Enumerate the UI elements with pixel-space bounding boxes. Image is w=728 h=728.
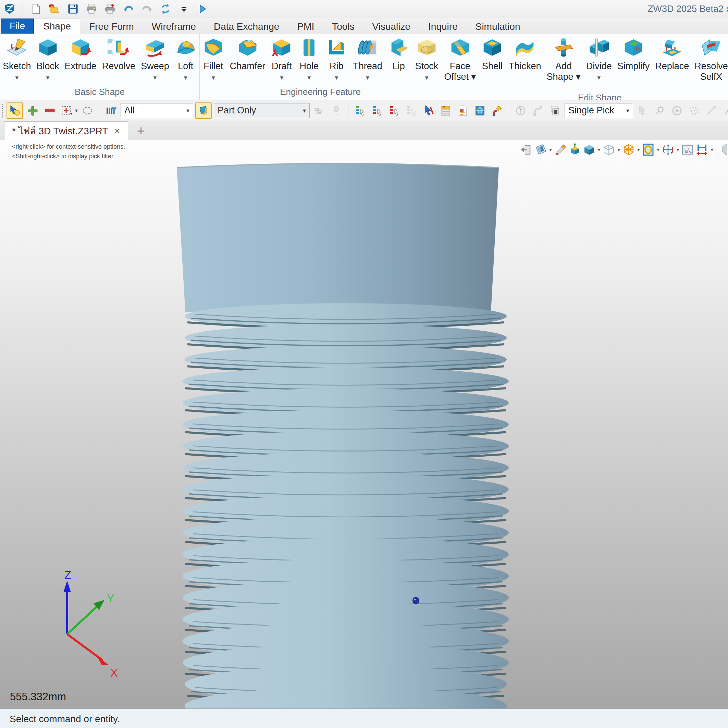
shaded-display-button[interactable]	[583, 143, 596, 156]
chevron-down-icon[interactable]: ▾	[637, 147, 640, 153]
ribbon-tool-resolve-selfx[interactable]: ResolveSelfX	[692, 34, 728, 91]
pick-point-marker[interactable]	[413, 598, 419, 604]
rotate-view-button[interactable]	[662, 143, 674, 156]
dropdown-caret-icon[interactable]: ▾	[425, 73, 428, 81]
clipped-edge-button[interactable]	[715, 143, 728, 156]
dropdown-caret-icon[interactable]: ▾	[307, 73, 311, 81]
cylinder-body[interactable]	[177, 164, 499, 312]
user-settings-button[interactable]	[489, 103, 505, 118]
dropdown-caret-icon[interactable]: ▾	[335, 73, 338, 81]
chevron-down-icon[interactable]: ▾	[617, 147, 620, 153]
dropdown-caret-icon[interactable]: ▾	[212, 73, 215, 81]
ribbon-tool-replace[interactable]: Replace	[652, 34, 692, 91]
new-file-button[interactable]	[29, 2, 43, 16]
pick-list-next-button[interactable]	[387, 103, 402, 118]
continue-button[interactable]	[196, 2, 210, 16]
dropdown-caret-icon[interactable]: ▾	[153, 73, 157, 81]
save-button[interactable]	[66, 2, 80, 16]
menu-tab-free-form[interactable]: Free Form	[80, 19, 143, 34]
redo-button[interactable]	[140, 2, 154, 16]
pick-last-entity-button[interactable]	[421, 103, 436, 118]
ribbon-tool-thread[interactable]: Thread▾	[350, 34, 385, 85]
print-add-button[interactable]	[103, 2, 117, 16]
print-button[interactable]	[85, 2, 98, 16]
document-tab[interactable]: * ไฟล์ 3D Twist.Z3PRT ×	[4, 121, 128, 140]
pick-region-button[interactable]	[59, 103, 74, 118]
lasso-pick-button[interactable]	[80, 103, 95, 118]
chevron-down-icon[interactable]: ▾	[549, 147, 552, 153]
zoom-window-button[interactable]	[681, 143, 694, 156]
customize-quick-access-button[interactable]	[177, 2, 191, 16]
ribbon-tool-simplify[interactable]: Simplify	[615, 34, 653, 91]
view-orientation-button[interactable]	[534, 143, 547, 156]
exit-view-button[interactable]	[520, 143, 533, 156]
add-entity-button[interactable]	[25, 103, 40, 118]
chevron-down-icon[interactable]: ▾	[711, 147, 713, 153]
wireframe-display-button[interactable]	[602, 143, 615, 156]
dropdown-caret-icon[interactable]: ▾	[280, 73, 284, 81]
ribbon-tool-draft[interactable]: Draft▾	[268, 34, 295, 85]
menu-tab-inquire[interactable]: Inquire	[419, 19, 466, 34]
display-box-button[interactable]	[548, 103, 563, 118]
ribbon-tool-divide[interactable]: Divide▾	[583, 34, 615, 91]
ring-display-button[interactable]	[642, 143, 655, 156]
ribbon-tool-thicken[interactable]: Thicken	[506, 34, 544, 91]
ribbon-tool-revolve[interactable]: Revolve	[99, 34, 138, 85]
toolbar-drag-handle[interactable]	[2, 104, 3, 118]
pick-list-first-button[interactable]	[353, 103, 368, 118]
ribbon-tool-fillet[interactable]: Fillet▾	[200, 34, 227, 85]
dropdown-caret-icon[interactable]: ▾	[597, 73, 601, 81]
scope-select[interactable]: Part Only▾	[214, 103, 310, 118]
menu-tab-simulation[interactable]: Simulation	[466, 19, 529, 34]
wire-sphere-display-button[interactable]	[622, 143, 635, 156]
dropdown-caret-icon[interactable]: ▾	[184, 73, 187, 81]
ribbon-tool-sweep[interactable]: Sweep▾	[138, 34, 172, 85]
menu-tab-data-exchange[interactable]: Data Exchange	[205, 19, 288, 34]
chevron-down-icon[interactable]: ▾	[598, 147, 601, 153]
ribbon-tool-block[interactable]: Block▾	[34, 34, 62, 85]
regen-button[interactable]	[159, 2, 172, 16]
menu-tab-tools[interactable]: Tools	[323, 19, 363, 34]
entity-list-button[interactable]	[438, 103, 453, 118]
undo-button[interactable]	[122, 2, 135, 16]
open-button[interactable]	[47, 2, 61, 16]
pick-list-prev-button[interactable]	[370, 103, 385, 118]
erase-marks-button[interactable]	[554, 143, 567, 156]
ribbon-tool-stock[interactable]: Stock▾	[413, 34, 441, 85]
filter-type-select[interactable]: All▾	[121, 103, 193, 118]
remove-entity-button[interactable]	[42, 103, 57, 118]
select-tool-button[interactable]	[6, 102, 23, 119]
chevron-down-icon[interactable]: ▾	[657, 147, 659, 153]
chevron-down-icon[interactable]: ▾	[75, 107, 78, 114]
fit-width-button[interactable]	[696, 143, 708, 156]
new-tab-button[interactable]: +	[128, 122, 154, 140]
ribbon-tool-add-shape[interactable]: AddShape ▾	[544, 34, 583, 91]
menu-tab-pmi[interactable]: PMI	[288, 19, 323, 34]
pick-filter-button[interactable]	[104, 103, 119, 118]
menu-tab-file[interactable]: File	[1, 18, 34, 34]
ribbon-tool-rib[interactable]: Rib▾	[323, 34, 350, 85]
ribbon-tool-face-offset[interactable]: FaceOffset ▾	[441, 34, 479, 91]
pick-mode-select[interactable]: Single Pick▾	[564, 103, 633, 118]
dropdown-caret-icon[interactable]: ▾	[46, 73, 50, 81]
model-3d[interactable]: Z Y X	[0, 140, 728, 708]
ribbon-tool-hole[interactable]: Hole▾	[295, 34, 323, 85]
scope-toggle-button[interactable]	[195, 102, 212, 119]
menu-tab-shape[interactable]: Shape	[34, 18, 80, 34]
ribbon-tool-shell[interactable]: Shell	[479, 34, 506, 91]
pin-view-button[interactable]	[568, 143, 581, 156]
file-report-button[interactable]	[455, 103, 470, 118]
close-tab-icon[interactable]: ×	[114, 126, 120, 136]
ribbon-tool-sketch[interactable]: Sketch▾	[0, 34, 34, 85]
chevron-down-icon[interactable]: ▾	[677, 147, 679, 153]
dropdown-caret-icon[interactable]: ▾	[366, 73, 369, 81]
ribbon-tool-loft[interactable]: Loft▾	[172, 34, 199, 85]
menu-tab-visualize[interactable]: Visualize	[364, 19, 420, 34]
ribbon-tool-chamfer[interactable]: Chamfer	[227, 34, 268, 85]
ribbon-tool-lip[interactable]: Lip	[385, 34, 413, 85]
viewport[interactable]: Z Y X <right-click> for context-sensitiv…	[0, 140, 728, 708]
web-browser-button[interactable]	[473, 103, 488, 118]
dropdown-caret-icon[interactable]: ▾	[15, 73, 19, 81]
ribbon-tool-extrude[interactable]: Extrude	[62, 34, 99, 85]
menu-tab-wireframe[interactable]: Wireframe	[143, 19, 205, 34]
